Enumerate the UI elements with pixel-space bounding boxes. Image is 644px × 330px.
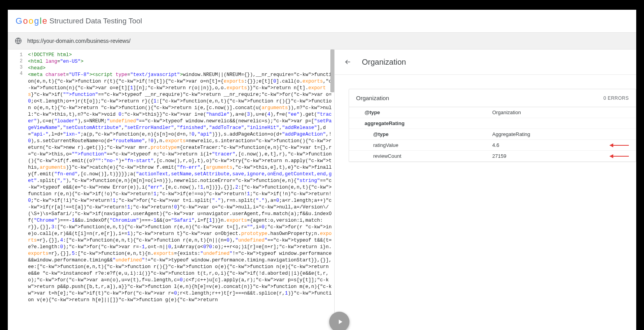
result-card: Organization 0 ERRORS @typeOrganizationa… (349, 89, 636, 162)
back-arrow-icon[interactable] (344, 58, 352, 66)
annotation-arrow-icon (609, 143, 629, 148)
property-key: reviewCount (356, 153, 492, 159)
card-title: Organization (356, 95, 389, 101)
property-key: aggregateRating (356, 120, 492, 126)
source-code[interactable]: <!DOCTYPE html> <html lang="en-US"> <hea… (26, 49, 334, 330)
property-row[interactable]: @typeAggregateRating (349, 129, 636, 140)
results-header: Organization (335, 49, 636, 75)
card-header[interactable]: Organization 0 ERRORS (349, 89, 636, 107)
url-text[interactable]: https://your-domain.com/business-reviews… (27, 38, 130, 44)
play-icon (336, 318, 344, 326)
run-test-button[interactable] (329, 312, 349, 330)
property-value: 4.6 (492, 142, 598, 148)
app-header: Google Structured Data Testing Tool (8, 10, 636, 32)
property-value: Organization (492, 109, 629, 115)
url-bar: https://your-domain.com/business-reviews… (8, 32, 636, 49)
results-panel: Organization Organization 0 ERRORS @type… (335, 49, 636, 330)
property-key: ratingValue (356, 142, 492, 148)
results-title: Organization (362, 58, 406, 67)
property-row[interactable]: aggregateRating (349, 118, 636, 129)
scrollbar-thumb[interactable] (330, 49, 334, 92)
globe-icon (15, 37, 22, 44)
line-gutter: 1 2 3 4 (8, 49, 26, 330)
property-row[interactable]: ratingValue4.6 (349, 140, 636, 151)
annotation-arrow-icon (609, 154, 629, 159)
google-logo: Google (16, 16, 47, 26)
property-value: 27159 (492, 153, 598, 159)
tool-title: Structured Data Testing Tool (49, 17, 142, 25)
svg-marker-4 (609, 154, 613, 158)
svg-marker-2 (609, 143, 613, 147)
property-key: @type (356, 131, 492, 137)
code-panel: 1 2 3 4 <!DOCTYPE html> <html lang="en-U… (8, 49, 335, 330)
property-row[interactable]: reviewCount27159 (349, 151, 636, 162)
property-row[interactable]: @typeOrganization (349, 107, 636, 118)
property-value: AggregateRating (492, 131, 629, 137)
property-key: @type (356, 109, 492, 115)
error-count: 0 ERRORS (604, 95, 629, 101)
